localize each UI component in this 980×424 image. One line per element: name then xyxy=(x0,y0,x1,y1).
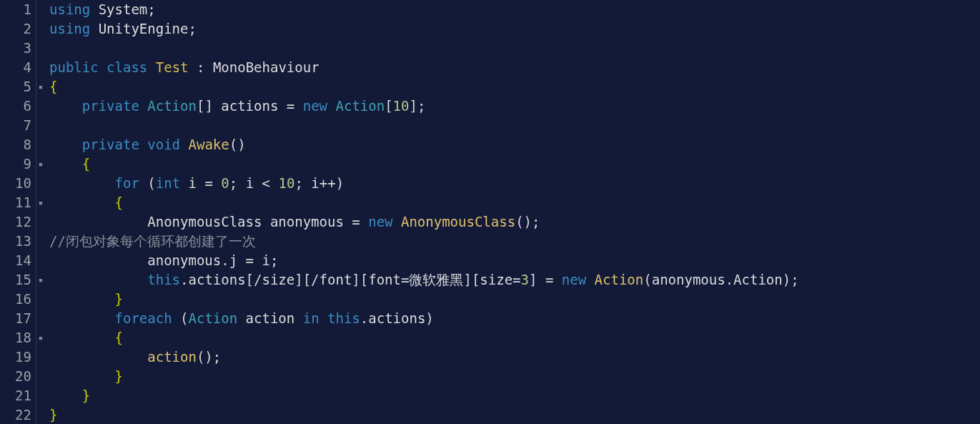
code-line[interactable]: this.actions[/size][/font][font=微软雅黑][si… xyxy=(49,270,980,290)
fold-marker xyxy=(36,174,45,193)
fold-marker xyxy=(36,232,45,251)
token-id: font xyxy=(368,272,401,287)
token-pun: = xyxy=(545,272,553,287)
token-pun: = xyxy=(352,214,360,230)
token-fun: AnonymousClass xyxy=(401,214,515,230)
code-line[interactable]: foreach (Action action in this.actions) xyxy=(49,309,980,328)
token-id: AnonymousClass xyxy=(147,214,262,230)
fold-marker xyxy=(36,135,45,154)
token-op xyxy=(139,175,147,191)
token-op xyxy=(49,388,82,403)
line-number: 4 xyxy=(0,58,36,77)
token-num: 10 xyxy=(279,175,295,191)
token-op xyxy=(49,175,115,191)
token-id: actions xyxy=(368,310,425,326)
code-line[interactable]: using System; xyxy=(49,0,980,19)
token-fun: Awake xyxy=(189,137,229,152)
token-op xyxy=(254,252,262,268)
code-line[interactable]: //闭包对象每个循环都创建了一次 xyxy=(49,232,980,251)
line-number-gutter: 12345678910111213141516171819202122 xyxy=(0,0,36,424)
token-op xyxy=(262,214,269,230)
line-number: 20 xyxy=(0,367,36,386)
token-kw: private xyxy=(82,98,139,114)
token-id: j xyxy=(229,252,237,268)
token-op xyxy=(139,137,147,152)
code-line[interactable]: using UnityEngine; xyxy=(49,19,980,39)
token-cmt: //闭包对象每个循环都创建了一次 xyxy=(49,233,256,249)
token-kw: using xyxy=(49,21,90,36)
code-line[interactable]: { xyxy=(49,154,980,174)
code-line[interactable]: anonymous.j = i; xyxy=(49,251,980,270)
fold-marker xyxy=(36,39,45,58)
token-pun: ] xyxy=(529,272,537,287)
line-number: 6 xyxy=(0,97,36,116)
code-line[interactable]: private Action[] actions = new Action[10… xyxy=(49,97,980,116)
fold-marker[interactable]: ▪ xyxy=(36,270,45,290)
fold-marker[interactable]: ▪ xyxy=(36,328,45,347)
token-op xyxy=(295,98,302,114)
line-number: 15 xyxy=(0,270,36,290)
token-op xyxy=(49,330,115,345)
token-op xyxy=(49,156,82,172)
token-op xyxy=(139,98,147,114)
token-pun: = xyxy=(401,272,409,287)
token-id: actions xyxy=(189,272,246,287)
code-line[interactable]: private void Awake() xyxy=(49,135,980,154)
code-line[interactable]: action(); xyxy=(49,347,980,367)
code-line[interactable]: for (int i = 0; i < 10; i++) xyxy=(49,174,980,193)
token-typ: Action xyxy=(189,310,238,326)
token-op xyxy=(147,59,155,75)
token-br: } xyxy=(49,407,57,423)
code-area[interactable]: using System;using UnityEngine;public cl… xyxy=(45,0,980,424)
code-line[interactable]: public class Test : MonoBehaviour xyxy=(49,58,980,77)
fold-marker xyxy=(36,116,45,135)
token-kw: int xyxy=(156,175,180,191)
line-number: 16 xyxy=(0,290,36,309)
token-pun: ) xyxy=(425,310,433,326)
fold-marker xyxy=(36,386,45,405)
line-number: 17 xyxy=(0,309,36,328)
token-kw: for xyxy=(115,175,139,191)
token-pun: ][ xyxy=(463,272,480,287)
token-pun: ; xyxy=(270,252,278,268)
token-kw: public xyxy=(49,59,99,75)
token-kw: foreach xyxy=(115,310,172,326)
token-op xyxy=(197,175,204,191)
code-line[interactable]: } xyxy=(49,386,980,405)
code-line[interactable]: { xyxy=(49,328,980,347)
code-line[interactable]: AnonymousClass anonymous = new Anonymous… xyxy=(49,212,980,232)
code-line[interactable]: } xyxy=(49,405,980,424)
token-pun: = xyxy=(513,272,520,287)
fold-gutter[interactable]: ▪▪▪▪▪ xyxy=(36,0,45,424)
fold-marker[interactable]: ▪ xyxy=(36,154,45,174)
token-id: anonymous xyxy=(147,252,221,268)
code-line[interactable]: } xyxy=(49,290,980,309)
code-line[interactable]: { xyxy=(49,193,980,212)
token-id: action xyxy=(246,310,295,326)
token-id: anonymous xyxy=(652,272,726,287)
token-id: i xyxy=(262,252,270,268)
token-pun: () xyxy=(229,137,246,152)
token-pun: ]; xyxy=(409,98,425,114)
token-yl: Test xyxy=(156,59,189,75)
token-op xyxy=(49,291,115,307)
code-editor[interactable]: 12345678910111213141516171819202122 ▪▪▪▪… xyxy=(0,0,980,424)
code-line[interactable] xyxy=(49,39,980,58)
token-op xyxy=(278,98,286,114)
token-kw: new xyxy=(303,98,327,114)
code-line[interactable] xyxy=(49,116,980,135)
fold-marker[interactable]: ▪ xyxy=(36,77,45,97)
code-line[interactable]: { xyxy=(49,77,980,97)
token-op xyxy=(213,175,221,191)
token-id: size xyxy=(480,272,513,287)
fold-marker[interactable]: ▪ xyxy=(36,193,45,212)
token-num: 0 xyxy=(221,175,229,191)
line-number: 14 xyxy=(0,251,36,270)
line-number: 18 xyxy=(0,328,36,347)
token-op xyxy=(344,214,352,230)
token-op xyxy=(180,175,188,191)
token-pun: ; xyxy=(229,175,237,191)
line-number: 22 xyxy=(0,405,36,424)
token-kw: new xyxy=(562,272,586,287)
code-line[interactable]: } xyxy=(49,367,980,386)
